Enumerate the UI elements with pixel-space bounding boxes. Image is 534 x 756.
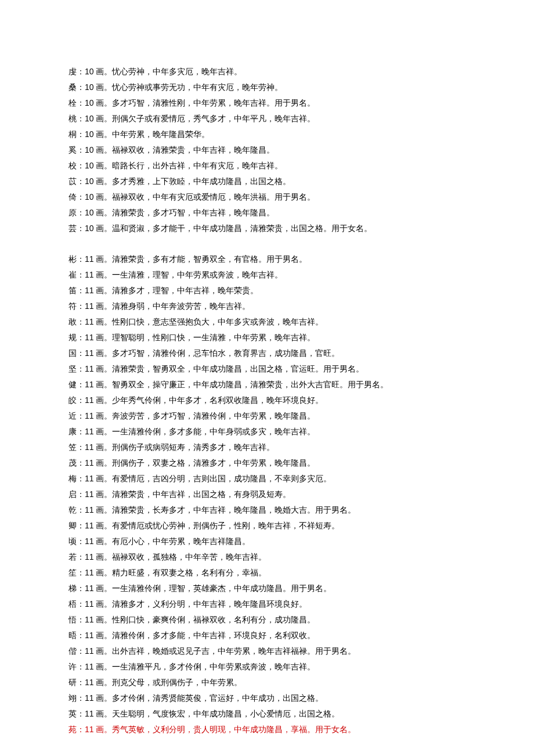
character-entry: 笛：11 画。清雅多才，理智，中年吉祥，晚年荣贵。 — [68, 283, 466, 298]
section-spacer — [68, 236, 466, 251]
stroke-label: 画。 — [94, 678, 113, 687]
stroke-label: 画。 — [94, 208, 113, 217]
entry-strokes: 10 — [85, 98, 94, 107]
entry-strokes: 11 — [85, 411, 94, 420]
entry-description: 多才巧智，清雅伶俐，忌车怕水，教育界吉，成功隆昌，官旺。 — [112, 349, 340, 358]
entry-character: 虔： — [68, 67, 85, 76]
entry-character: 翊： — [68, 694, 85, 703]
entry-character: 茂： — [68, 459, 85, 467]
entry-description: 精力旺盛，有双妻之格，名利有分，幸福。 — [112, 568, 266, 577]
stroke-label: 画。 — [94, 584, 113, 593]
character-entry: 桃：10 画。刑偶欠子或有爱情厄，秀气多才，中年平凡，晚年吉祥。 — [68, 111, 466, 127]
character-entry: 坚：11 画。清雅荣贵，智勇双全，中年成功隆昌，出国之格，官运旺。用于男名。 — [68, 361, 466, 377]
entry-strokes: 11 — [85, 568, 94, 577]
entry-character: 校： — [68, 161, 85, 170]
entry-description: 福禄双收，孤独格，中年辛苦，晚年吉祥。 — [112, 553, 266, 561]
stroke-label: 画。 — [94, 83, 113, 92]
entry-character: 桃： — [68, 114, 85, 123]
entry-strokes: 11 — [85, 537, 94, 546]
character-entry: 校：10 画。暗路长行，出外吉祥，中年有灾厄，晚年吉祥。 — [68, 158, 466, 174]
entry-character: 笠： — [68, 443, 85, 452]
entry-description: 清雅多才，理智，中年吉祥，晚年荣贵。 — [112, 286, 258, 295]
entry-strokes: 11 — [85, 395, 94, 405]
entry-strokes: 11 — [85, 505, 94, 514]
stroke-label: 画。 — [94, 568, 113, 577]
entry-character: 倚： — [68, 193, 85, 201]
entry-description: 奔波劳苦，多才巧智，清雅伶俐，中年劳累，晚年隆昌。 — [112, 412, 315, 420]
stroke-label: 画。 — [94, 99, 113, 107]
stroke-label: 画。 — [94, 349, 113, 358]
entry-description: 清雅荣贵，多有才能，智勇双全，有官格。用于男名。 — [112, 255, 307, 264]
entry-description: 少年秀气伶俐，中年多才，名利双收隆昌，晚年环境良好。 — [112, 396, 323, 405]
stroke-label: 画。 — [94, 380, 113, 389]
character-entry: 翊：11 画。多才伶俐，清秀贤能英俊，官运好，中年成功，出国之格。 — [68, 690, 466, 706]
entry-character: 崔： — [68, 271, 85, 279]
character-entry: 英：11 画。天生聪明，气度恢宏，中年成功隆昌，小心爱情厄，出国之格。 — [68, 706, 466, 722]
entry-strokes: 11 — [85, 333, 94, 342]
entry-strokes: 11 — [85, 552, 94, 561]
entry-strokes: 10 — [85, 129, 94, 139]
entry-character: 彬： — [68, 255, 85, 264]
entry-strokes: 11 — [85, 348, 94, 358]
character-entry: 梯：11 画。一生清雅伶俐，理智，英雄豪杰，中年成功隆昌。用于男名。 — [68, 581, 466, 596]
entry-description: 多才巧智，清雅性刚，中年劳累，晚年吉祥。用于男名。 — [112, 99, 315, 107]
entry-character: 桐： — [68, 130, 85, 139]
stroke-label: 画。 — [94, 537, 113, 546]
entry-description: 清雅荣贵，智勇双全，中年成功隆昌，出国之格，官运旺。用于男名。 — [112, 365, 364, 373]
entry-character: 芸： — [68, 224, 85, 233]
entry-character: 悟： — [68, 615, 85, 624]
entry-description: 清雅多才，义利分明，中年吉祥，晚年隆昌环境良好。 — [112, 600, 307, 609]
entry-description: 福禄双收，中年有灾厄或爱情厄，晚年洪福。用于男名。 — [112, 193, 315, 201]
entry-character: 敢： — [68, 318, 85, 326]
entry-character: 坚： — [68, 365, 85, 373]
entry-strokes: 11 — [85, 270, 94, 279]
entry-character: 梅： — [68, 474, 85, 483]
entry-strokes: 11 — [85, 286, 94, 295]
character-entry: 符：11 画。清雅身弱，中年奔波劳苦，晚年吉祥。 — [68, 298, 466, 314]
entry-character: 皎： — [68, 396, 85, 405]
character-entry: 栓：10 画。多才巧智，清雅性刚，中年劳累，晚年吉祥。用于男名。 — [68, 95, 466, 111]
entry-strokes: 10 — [85, 224, 94, 233]
entry-character: 晤： — [68, 631, 85, 640]
character-entry: 梧：11 画。清雅多才，义利分明，中年吉祥，晚年隆昌环境良好。 — [68, 596, 466, 612]
stroke-label: 画。 — [94, 553, 113, 561]
entry-description: 清雅荣贵，中年吉祥，出国之格，有身弱及短寿。 — [112, 490, 291, 499]
blank-line — [68, 737, 466, 753]
entry-description: 一生清雅伶俐，理智，英雄豪杰，中年成功隆昌。用于男名。 — [112, 584, 331, 593]
entry-character: 国： — [68, 349, 85, 358]
character-entry: 桑：10 画。忧心劳神或事劳无功，中年有灾厄，晚年劳神。 — [68, 80, 466, 95]
entry-character: 苡： — [68, 177, 85, 186]
entry-character: 规： — [68, 333, 85, 342]
entry-strokes: 11 — [85, 615, 94, 624]
stroke-label: 画。 — [94, 193, 113, 201]
character-entry: 许：11 画。一生清雅平凡，多才伶俐，中年劳累或奔波，晚年吉祥。 — [68, 659, 466, 675]
entry-description: 温和贤淑，多才能干，中年成功隆昌，清雅荣贵，出国之格。用于女名。 — [112, 224, 372, 233]
entry-strokes: 11 — [85, 458, 94, 467]
entry-character: 苑： — [68, 725, 85, 734]
character-entry: 健：11 画。智勇双全，操守廉正，中年成功隆昌，清雅荣贵，出外大吉官旺。用于男名… — [68, 377, 466, 393]
stroke-label: 画。 — [94, 443, 113, 452]
character-entry: 茂：11 画。刑偶伤子，双妻之格，清雅多才，中年劳累，晚年隆昌。 — [68, 455, 466, 471]
entry-strokes: 11 — [85, 521, 94, 530]
stroke-label: 画。 — [94, 600, 113, 609]
stroke-label: 画。 — [94, 255, 113, 264]
entry-description: 刑偶伤子或病弱短寿，清秀多才，晚年吉祥。 — [112, 443, 275, 452]
entry-character: 卿： — [68, 521, 85, 530]
character-entry: 芸：10 画。温和贤淑，多才能干，中年成功隆昌，清雅荣贵，出国之格。用于女名。 — [68, 221, 466, 236]
entry-strokes: 11 — [85, 693, 94, 703]
stroke-label: 画。 — [94, 286, 113, 295]
character-entry: 顷：11 画。有厄小心，中年劳累，晚年吉祥隆昌。 — [68, 534, 466, 549]
character-entry: 乾：11 画。清雅荣贵，长寿多才，中年吉祥，晚年隆昌，晚婚大吉。用于男名。 — [68, 502, 466, 518]
stroke-label: 画。 — [94, 521, 113, 530]
entry-strokes: 10 — [85, 145, 94, 154]
stroke-label: 画。 — [94, 146, 113, 154]
character-entry: 悟：11 画。性刚口快，豪爽伶俐，福禄双收，名利有分，成功隆昌。 — [68, 612, 466, 628]
character-entry: 卿：11 画。有爱情厄或忧心劳神，刑偶伤子，性刚，晚年吉祥，不祥短寿。 — [68, 518, 466, 534]
entry-description: 福禄双收，清雅荣贵，中年吉祥，晚年隆昌。 — [112, 146, 275, 154]
stroke-label: 画。 — [94, 318, 113, 326]
character-entry: 桐：10 画。中年劳累，晚年隆昌荣华。 — [68, 127, 466, 142]
entry-character: 奚： — [68, 146, 85, 154]
stroke-label: 画。 — [94, 663, 113, 671]
entry-description: 理智聪明，性刚口快，一生清雅，中年劳累，晚年吉祥。 — [112, 333, 315, 342]
entry-strokes: 10 — [85, 114, 94, 123]
